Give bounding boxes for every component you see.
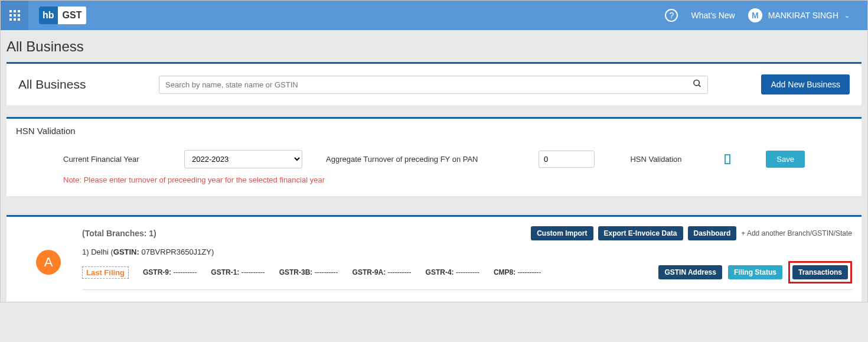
turnover-label: Aggregate Turnover of preceding FY on PA… [326, 155, 533, 164]
add-branch-link[interactable]: + Add another Branch/GSTIN/State [741, 229, 852, 237]
hsn-card-title: HSN Validation [16, 126, 852, 136]
branch-line: 1) Delhi (GSTIN: 07BVRPR3650J1ZY) [82, 247, 852, 256]
gstr-9: GSTR-9: ---------- [143, 268, 197, 276]
gstin-address-button[interactable]: GSTIN Address [658, 265, 722, 279]
hsn-validation-label: HSN Validation [630, 155, 719, 164]
turnover-input[interactable] [539, 151, 595, 168]
gstr-1: GSTR-1: ---------- [211, 268, 265, 276]
export-einvoice-button[interactable]: Export E-Invoice Data [598, 226, 683, 240]
business-card: (Total Branches: 1) Custom Import Export… [6, 215, 862, 302]
filing-status-button[interactable]: Filing Status [728, 265, 782, 279]
top-bar: hb GST ? What's New M MANKIRAT SINGH ⌄ [1, 1, 867, 30]
search-card-title: All Business [18, 77, 148, 92]
apps-grid-icon [9, 10, 20, 21]
user-avatar: M [748, 8, 762, 22]
brand-logo[interactable]: hb GST [39, 6, 86, 24]
hsn-note: Note: Please enter turnover of preceedin… [16, 175, 852, 184]
gstr-3b: GSTR-3B: ---------- [279, 268, 338, 276]
page-title: All Business [1, 30, 867, 62]
transactions-button[interactable]: Transactions [792, 265, 848, 279]
user-menu[interactable]: M MANKIRAT SINGH ⌄ [748, 8, 850, 22]
save-button[interactable]: Save [766, 151, 805, 168]
dashboard-button[interactable]: Dashboard [688, 226, 737, 240]
add-new-business-button[interactable]: Add New Business [761, 74, 850, 95]
logo-hb: hb [39, 6, 58, 24]
transactions-highlight: Transactions [788, 261, 852, 284]
whats-new-link[interactable]: What's New [691, 11, 735, 20]
chevron-down-icon: ⌄ [844, 12, 850, 19]
custom-import-button[interactable]: Custom Import [531, 226, 593, 240]
apps-menu-button[interactable] [1, 1, 28, 30]
gstr-9a: GSTR-9A: ---------- [353, 268, 412, 276]
svg-point-0 [694, 80, 699, 86]
hsn-validation-checkbox[interactable] [725, 154, 730, 164]
gstr-4: GSTR-4: ---------- [426, 268, 479, 276]
logo-gst: GST [58, 6, 87, 24]
cmp8: CMP8: ---------- [494, 268, 541, 276]
hsn-validation-card: HSN Validation Current Financial Year 20… [6, 117, 862, 196]
business-avatar: A [36, 250, 61, 275]
fy-select[interactable]: 2022-2023 [184, 150, 302, 168]
search-card: All Business Add New Business [6, 62, 862, 105]
svg-line-1 [699, 85, 700, 87]
last-filing-badge[interactable]: Last Filing [82, 266, 129, 279]
search-icon[interactable] [693, 79, 702, 90]
search-input[interactable] [159, 76, 708, 94]
username: MANKIRAT SINGH [768, 11, 838, 20]
help-icon[interactable]: ? [665, 9, 678, 22]
fy-label: Current Financial Year [63, 155, 178, 164]
total-branches: (Total Branches: 1) [82, 229, 156, 238]
